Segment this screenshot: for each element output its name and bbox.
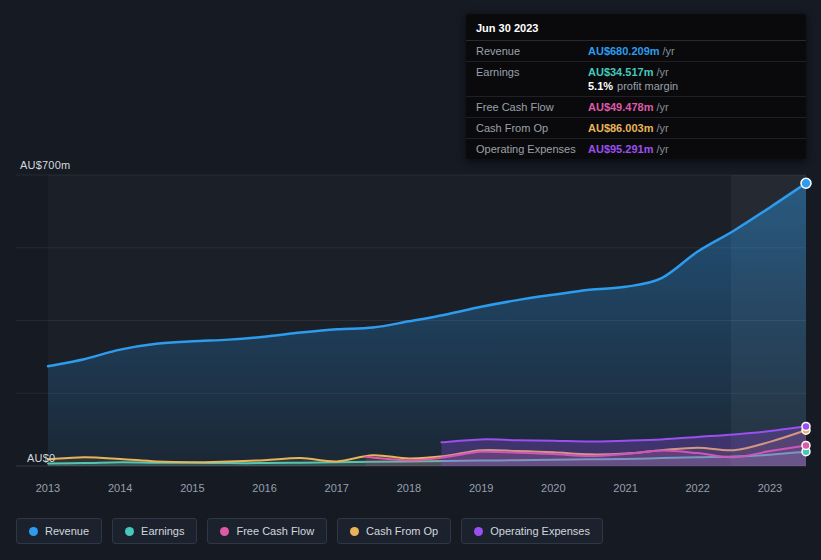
y-axis-label-top: AU$700m	[20, 159, 70, 171]
legend-dot-cash-from-op	[350, 527, 359, 536]
x-axis-label-2019: 2019	[469, 482, 493, 494]
x-axis-label-2013: 2013	[36, 482, 60, 494]
tooltip-date: Jun 30 2023	[466, 14, 806, 41]
legend-label-operating-expenses: Operating Expenses	[490, 525, 590, 537]
legend-label-cash-from-op: Cash From Op	[366, 525, 438, 537]
tooltip-row-cash-from-op: Cash From Op AU$86.003m/yr	[466, 118, 806, 139]
tooltip-label-revenue: Revenue	[476, 45, 588, 57]
tooltip-value-revenue: AU$680.209m/yr	[588, 45, 675, 57]
legend-dot-free-cash-flow	[220, 527, 229, 536]
tooltip-value-operating-expenses: AU$95.291m/yr	[588, 143, 669, 155]
x-axis-label-2021: 2021	[613, 482, 637, 494]
legend-label-revenue: Revenue	[45, 525, 89, 537]
fcf-end-marker	[802, 441, 810, 449]
x-axis-label-2022: 2022	[685, 482, 709, 494]
legend-dot-operating-expenses	[474, 527, 483, 536]
y-axis-label-bottom: AU$0	[27, 452, 55, 464]
tooltip-row-revenue: Revenue AU$680.209m/yr	[466, 41, 806, 62]
chart-legend: Revenue Earnings Free Cash Flow Cash Fro…	[16, 518, 603, 544]
x-axis-label-2017: 2017	[325, 482, 349, 494]
x-axis-label-2018: 2018	[397, 482, 421, 494]
tooltip-value-free-cash-flow: AU$49.478m/yr	[588, 101, 669, 113]
tooltip-label-operating-expenses: Operating Expenses	[476, 143, 588, 155]
x-axis-label-2016: 2016	[252, 482, 276, 494]
legend-item-cash-from-op[interactable]: Cash From Op	[337, 518, 451, 544]
tooltip-row-earnings: Earnings AU$34.517m/yr	[466, 62, 806, 79]
opex-end-marker	[802, 422, 810, 430]
tooltip-label-free-cash-flow: Free Cash Flow	[476, 101, 588, 113]
legend-item-earnings[interactable]: Earnings	[112, 518, 197, 544]
revenue-end-marker	[801, 178, 811, 188]
tooltip-label-earnings: Earnings	[476, 66, 588, 78]
x-axis-label-2020: 2020	[541, 482, 565, 494]
tooltip-row-free-cash-flow: Free Cash Flow AU$49.478m/yr	[466, 97, 806, 118]
legend-dot-revenue	[29, 527, 38, 536]
tooltip-value-earnings: AU$34.517m/yr	[588, 66, 669, 78]
app-root: 2013201420152016201720182019202020212022…	[0, 0, 821, 560]
legend-label-free-cash-flow: Free Cash Flow	[236, 525, 314, 537]
legend-dot-earnings	[125, 527, 134, 536]
legend-item-operating-expenses[interactable]: Operating Expenses	[461, 518, 603, 544]
x-axis-label-2014: 2014	[108, 482, 132, 494]
chart-tooltip: Jun 30 2023 Revenue AU$680.209m/yr Earni…	[466, 14, 806, 159]
legend-item-free-cash-flow[interactable]: Free Cash Flow	[207, 518, 327, 544]
x-axis-label-2023: 2023	[758, 482, 782, 494]
legend-item-revenue[interactable]: Revenue	[16, 518, 102, 544]
tooltip-value-cash-from-op: AU$86.003m/yr	[588, 122, 669, 134]
tooltip-label-cash-from-op: Cash From Op	[476, 122, 588, 134]
tooltip-row-profit-margin: 5.1%profit margin	[466, 79, 806, 97]
tooltip-profit-margin: 5.1%profit margin	[588, 80, 678, 92]
tooltip-row-operating-expenses: Operating Expenses AU$95.291m/yr	[466, 139, 806, 159]
x-axis-label-2015: 2015	[180, 482, 204, 494]
legend-label-earnings: Earnings	[141, 525, 184, 537]
